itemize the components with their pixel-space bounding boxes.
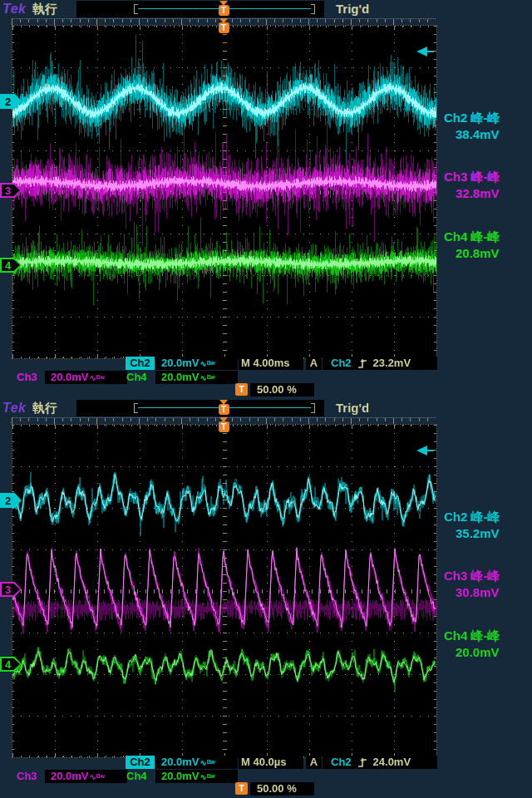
acq-window-bracket-left-icon bbox=[134, 4, 138, 14]
ch4-marker-digit: 4 bbox=[5, 658, 11, 671]
measurement-value: 20.0mV bbox=[444, 644, 532, 661]
acq-window-bracket-right-icon bbox=[311, 403, 315, 413]
measurement-value: 30.8mV bbox=[444, 584, 532, 601]
measurement-value: 35.2mV bbox=[444, 525, 532, 542]
measurement-ch4-pkpk: Ch4 峰-峰 20.8mV bbox=[444, 229, 532, 262]
trigger-t-icon: T bbox=[235, 782, 248, 795]
measurement-label: Ch3 峰-峰 bbox=[444, 568, 532, 584]
ch2-scale-badge: Ch2 bbox=[126, 756, 155, 769]
timebase-readout: M 4.00ms bbox=[239, 357, 303, 370]
measurement-ch4-pkpk: Ch4 峰-峰 20.0mV bbox=[444, 628, 532, 661]
measurement-ch2-pkpk: Ch2 峰-峰 38.4mV bbox=[444, 110, 532, 143]
acquisition-bar: T bbox=[76, 400, 324, 416]
ch4-scale-label: Ch4 bbox=[126, 371, 155, 384]
measurement-value: 32.8mV bbox=[444, 185, 532, 202]
acquisition-bar: T bbox=[76, 1, 324, 17]
timebase-readout: M 40.0µs bbox=[239, 756, 303, 769]
ch3-scale-value: 20.0mV∿ᴮʷ bbox=[45, 371, 127, 384]
ch3-scale-label: Ch3 bbox=[17, 371, 45, 384]
coupling-bandwidth-icon: ∿ᴮʷ bbox=[200, 373, 215, 382]
ch2-scale-value: 20.0mV∿ᴮʷ bbox=[155, 756, 238, 769]
run-status-label: 執行 bbox=[32, 401, 57, 416]
scope-screen-1: Tek 執行 T Trig'd T 2 3 4 bbox=[0, 399, 532, 798]
trigger-t-badge: T bbox=[219, 5, 229, 16]
trigger-position-readout: 50.00 % bbox=[250, 782, 314, 796]
oscilloscope-captures: Tek 執行 T Trig'd T 2 3 4 bbox=[0, 0, 532, 798]
tek-logo: Tek bbox=[2, 2, 26, 17]
graticule bbox=[12, 25, 437, 359]
acq-window-bracket-left-icon bbox=[134, 403, 138, 413]
trigger-status-label: Trig'd bbox=[336, 2, 369, 16]
coupling-bandwidth-icon: ∿ᴮʷ bbox=[200, 758, 215, 767]
ch2-scale-badge: Ch2 bbox=[126, 357, 155, 370]
ch4-scale-label: Ch4 bbox=[126, 770, 155, 783]
tek-logo: Tek bbox=[2, 401, 26, 416]
scope-screen-0: Tek 執行 T Trig'd T 2 3 4 bbox=[0, 0, 532, 399]
graticule bbox=[12, 424, 437, 758]
ch2-marker-digit: 2 bbox=[5, 495, 11, 507]
run-status-label: 執行 bbox=[32, 2, 57, 17]
acq-window-bracket-right-icon bbox=[311, 4, 315, 14]
trigger-t-badge: T bbox=[219, 421, 229, 432]
trigger-position-readout: 50.00 % bbox=[250, 383, 314, 397]
ch2-marker-digit: 2 bbox=[5, 96, 11, 108]
measurement-ch2-pkpk: Ch2 峰-峰 35.2mV bbox=[444, 509, 532, 542]
trigger-source: Ch2 bbox=[331, 756, 352, 769]
ch3-scale-label: Ch3 bbox=[17, 770, 45, 783]
trigger-position-marker-icon: T bbox=[218, 1, 229, 16]
rising-edge-icon bbox=[357, 358, 367, 369]
trigger-level-value: 23.2mV bbox=[373, 357, 411, 370]
measurement-label: Ch2 峰-峰 bbox=[444, 509, 532, 525]
trigger-time-marker-icon: T bbox=[218, 18, 229, 33]
arrow-tail bbox=[426, 450, 434, 451]
ch4-marker-digit: 4 bbox=[5, 259, 11, 272]
measurement-label: Ch4 峰-峰 bbox=[444, 229, 532, 245]
coupling-bandwidth-icon: ∿ᴮʷ bbox=[200, 359, 215, 368]
measurement-value: 20.8mV bbox=[444, 245, 532, 262]
ch3-marker-digit: 3 bbox=[5, 584, 11, 596]
measurement-ch3-pkpk: Ch3 峰-峰 30.8mV bbox=[444, 568, 532, 601]
measurement-value: 38.4mV bbox=[444, 126, 532, 143]
trigger-level-arrow-icon bbox=[416, 446, 435, 456]
trigger-time-marker-icon: T bbox=[218, 417, 229, 432]
acquisition-mode-label: A bbox=[306, 756, 322, 769]
ch4-scale-value: 20.0mV∿ᴮʷ bbox=[155, 371, 238, 384]
ch3-marker-digit: 3 bbox=[5, 185, 11, 197]
measurement-label: Ch3 峰-峰 bbox=[444, 169, 532, 185]
coupling-bandwidth-icon: ∿ᴮʷ bbox=[90, 373, 105, 382]
coupling-bandwidth-icon: ∿ᴮʷ bbox=[90, 772, 105, 781]
waveform-canvas bbox=[12, 425, 436, 757]
trigger-readout: Ch2 24.0mV bbox=[323, 756, 437, 769]
acquisition-mode-label: A bbox=[306, 357, 322, 370]
trigger-source: Ch2 bbox=[331, 357, 352, 370]
arrow-tail bbox=[426, 51, 434, 52]
trigger-t-badge: T bbox=[219, 22, 229, 33]
measurement-label: Ch2 峰-峰 bbox=[444, 110, 532, 126]
measurement-label: Ch4 峰-峰 bbox=[444, 628, 532, 644]
coupling-bandwidth-icon: ∿ᴮʷ bbox=[200, 772, 215, 781]
trigger-t-icon: T bbox=[235, 383, 248, 396]
measurement-ch3-pkpk: Ch3 峰-峰 32.8mV bbox=[444, 169, 532, 202]
trigger-position-marker-icon: T bbox=[218, 400, 229, 415]
ch4-scale-value: 20.0mV∿ᴮʷ bbox=[155, 770, 238, 783]
trigger-level-value: 24.0mV bbox=[373, 756, 411, 769]
ch2-scale-value: 20.0mV∿ᴮʷ bbox=[155, 357, 238, 370]
waveform-canvas bbox=[12, 26, 436, 358]
rising-edge-icon bbox=[357, 757, 367, 768]
trigger-level-arrow-icon bbox=[416, 47, 435, 57]
trigger-readout: Ch2 23.2mV bbox=[323, 357, 437, 370]
ch3-scale-value: 20.0mV∿ᴮʷ bbox=[45, 770, 127, 783]
trigger-t-badge: T bbox=[219, 404, 229, 415]
trigger-status-label: Trig'd bbox=[336, 401, 369, 415]
